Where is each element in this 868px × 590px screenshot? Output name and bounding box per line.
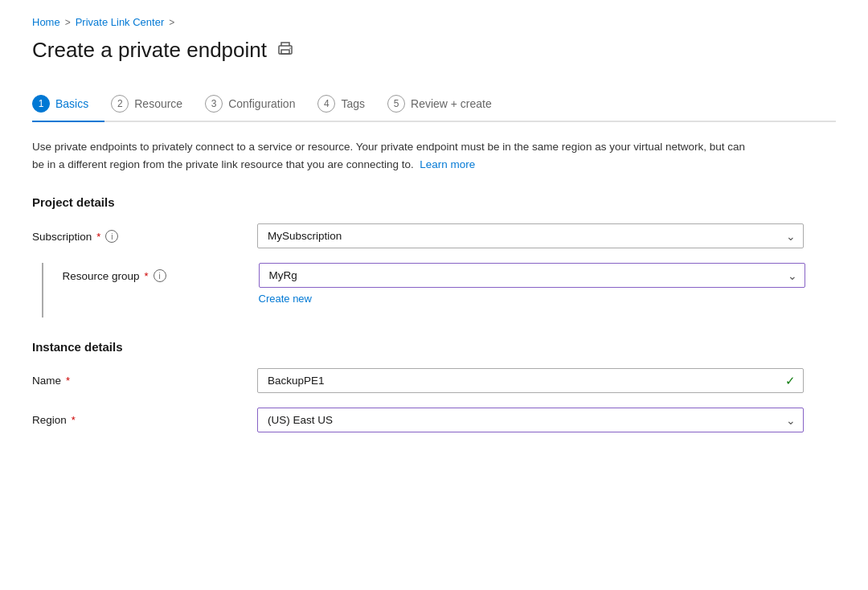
tab-review-create[interactable]: 5 Review + create	[387, 87, 508, 121]
resource-group-select[interactable]: MyRg	[259, 263, 805, 288]
resource-group-label: Resource group	[63, 270, 140, 282]
instance-details-header: Instance details	[32, 340, 836, 354]
breadcrumb-private-link-center[interactable]: Private Link Center	[76, 16, 165, 28]
resource-group-select-wrapper: MyRg ⌄	[259, 263, 805, 288]
resource-group-label-col: Resource group * i	[50, 263, 259, 282]
name-control-col: ✓	[257, 368, 804, 393]
tab-configuration[interactable]: 3 Configuration	[205, 87, 311, 121]
name-label: Name	[32, 375, 61, 387]
resource-group-required: *	[145, 270, 149, 282]
region-select-wrapper: (US) East US ⌄	[257, 408, 804, 432]
subscription-info-icon[interactable]: i	[105, 230, 118, 243]
name-required: *	[66, 375, 70, 387]
name-input-wrapper: ✓	[257, 368, 804, 393]
tab-tags-number: 4	[317, 95, 335, 113]
region-control-col: (US) East US ⌄	[257, 408, 804, 432]
region-select[interactable]: (US) East US	[257, 408, 804, 432]
description-text: Use private endpoints to privately conne…	[32, 138, 755, 173]
project-details-section: Project details Subscription * i MySubsc…	[32, 195, 836, 318]
name-check-icon: ✓	[785, 374, 796, 388]
tab-configuration-number: 3	[205, 95, 223, 113]
subscription-label-col: Subscription * i	[32, 223, 257, 243]
resource-group-control-col: MyRg ⌄ Create new	[259, 263, 805, 305]
project-details-header: Project details	[32, 195, 836, 209]
tab-review-label: Review + create	[411, 97, 492, 110]
subscription-select-wrapper: MySubscription ⌄	[257, 223, 804, 248]
name-field-group: Name * ✓	[32, 368, 836, 393]
tab-basics[interactable]: 1 Basics	[32, 87, 104, 122]
tab-resource[interactable]: 2 Resource	[111, 87, 199, 121]
page-title: Create a private endpoint	[32, 38, 267, 63]
name-input[interactable]	[257, 368, 804, 393]
breadcrumb-sep2: >	[169, 17, 174, 28]
breadcrumb-home[interactable]: Home	[32, 16, 60, 28]
tab-resource-number: 2	[111, 95, 129, 113]
breadcrumb-sep1: >	[65, 17, 71, 28]
tab-basics-label: Basics	[55, 97, 88, 110]
tabs-container: 1 Basics 2 Resource 3 Configuration 4 Ta…	[32, 87, 836, 122]
breadcrumb: Home > Private Link Center >	[32, 16, 836, 28]
subscription-required: *	[96, 231, 100, 243]
tab-resource-label: Resource	[134, 97, 182, 110]
tab-basics-number: 1	[32, 95, 50, 113]
create-new-link[interactable]: Create new	[259, 293, 805, 305]
subscription-control-col: MySubscription ⌄	[257, 223, 804, 248]
resource-group-info-icon[interactable]: i	[154, 269, 166, 282]
instance-details-section: Instance details Name * ✓ Region * (US) …	[32, 340, 836, 432]
tab-configuration-label: Configuration	[228, 97, 295, 110]
subscription-label: Subscription	[32, 231, 92, 243]
page-title-row: Create a private endpoint	[32, 38, 836, 63]
svg-rect-1	[281, 50, 289, 54]
print-icon[interactable]	[276, 39, 294, 61]
svg-point-2	[289, 47, 291, 49]
tab-tags-label: Tags	[341, 97, 365, 110]
subscription-field-group: Subscription * i MySubscription ⌄	[32, 223, 836, 248]
learn-more-link[interactable]: Learn more	[420, 158, 475, 170]
tab-tags[interactable]: 4 Tags	[317, 87, 381, 121]
name-label-col: Name *	[32, 368, 257, 387]
tab-review-number: 5	[387, 95, 405, 113]
region-required: *	[72, 414, 76, 426]
region-label-col: Region *	[32, 408, 257, 426]
subscription-select[interactable]: MySubscription	[257, 223, 804, 248]
region-field-group: Region * (US) East US ⌄	[32, 408, 836, 432]
region-label: Region	[32, 414, 67, 426]
